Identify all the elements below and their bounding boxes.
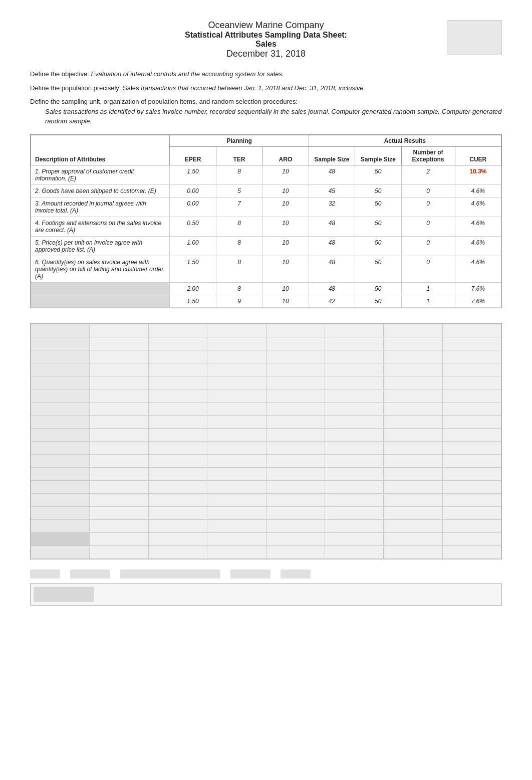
blurred-cell: [442, 324, 501, 337]
blurred-cell: [325, 415, 383, 428]
row-num_exceptions: 0: [401, 184, 455, 197]
doc-date: December 31, 2018: [85, 49, 447, 59]
row-ter: 8: [216, 236, 262, 256]
blurred-cell: [325, 506, 383, 519]
blurred-cell: [148, 428, 207, 441]
doc-title: Statistical Attributes Sampling Data She…: [85, 31, 447, 40]
blurred-cell: [148, 506, 207, 519]
row-sample_size_plan: 48: [309, 282, 355, 295]
blurred-cell: [207, 350, 266, 363]
company-name: Oceanview Marine Company: [85, 20, 447, 31]
blurred-cell: [90, 467, 148, 480]
row-aro: 10: [262, 197, 309, 217]
blurred-table-row: [31, 363, 501, 376]
page-header: Oceanview Marine Company Statistical Att…: [30, 20, 502, 59]
blurred-cell: [266, 428, 325, 441]
row-ter: 8: [216, 282, 262, 295]
col-ter: TER: [216, 146, 262, 165]
blurred-cell: [384, 454, 442, 467]
blurred-cell: [207, 441, 266, 454]
blurred-cell: [31, 532, 90, 545]
blurred-cell: [31, 350, 90, 363]
col-eper: EPER: [170, 146, 216, 165]
row-sample_size_plan: 48: [309, 165, 355, 184]
row-cuer: 4.6%: [455, 236, 501, 256]
blurred-cell: [207, 454, 266, 467]
blurred-cell: [148, 376, 207, 389]
logo-placeholder: [447, 20, 502, 55]
row-cuer: 4.6%: [455, 184, 501, 197]
bottom-bar-item: [70, 569, 110, 578]
row-cuer: 4.6%: [455, 217, 501, 236]
blurred-table-row: [31, 532, 501, 545]
blurred-cell: [325, 480, 383, 493]
blurred-cell: [207, 519, 266, 532]
blurred-cell: [384, 402, 442, 415]
blurred-cell: [90, 337, 148, 350]
row-sample_size_plan: 42: [309, 295, 355, 307]
blurred-cell: [325, 441, 383, 454]
blurred-table-row: [31, 545, 501, 558]
blurred-cell: [207, 493, 266, 506]
population-label: Define the population precisely: Sales: [30, 84, 139, 92]
blurred-cell: [325, 467, 383, 480]
blurred-cell: [384, 376, 442, 389]
blurred-cell: [266, 402, 325, 415]
blurred-cell: [266, 350, 325, 363]
blurred-cell: [325, 402, 383, 415]
blurred-cell: [266, 454, 325, 467]
table-row: 4. Footings and extensions on the sales …: [31, 217, 501, 236]
blurred-cell: [442, 441, 501, 454]
blurred-table-row: [31, 519, 501, 532]
bottom-bar-item: [230, 569, 271, 578]
col-description: Description of Attributes: [31, 135, 170, 165]
blurred-cell: [207, 376, 266, 389]
blurred-cell: [266, 519, 325, 532]
blurred-cell: [442, 337, 501, 350]
row-cuer: 4.6%: [455, 256, 501, 282]
blurred-cell: [266, 389, 325, 402]
row-ter: 8: [216, 165, 262, 184]
blurred-cell: [384, 467, 442, 480]
blurred-table-row: [31, 324, 501, 337]
row-eper: 1.50: [170, 165, 216, 184]
row-description: 3. Amount recorded in journal agrees wit…: [31, 197, 170, 217]
blurred-cell: [148, 454, 207, 467]
blurred-cell: [90, 428, 148, 441]
blurred-table-row: [31, 454, 501, 467]
row-sample_size_plan: 48: [309, 217, 355, 236]
blurred-cell: [148, 337, 207, 350]
blurred-cell: [266, 337, 325, 350]
col-sample-size-actual: Sample Size: [355, 146, 401, 165]
blurred-cell: [442, 506, 501, 519]
row-sample_size_plan: 45: [309, 184, 355, 197]
row-description: 5. Price(s) per unit on invoice agree wi…: [31, 236, 170, 256]
main-table-container: Description of Attributes Planning Actua…: [30, 134, 502, 308]
blurred-table-row: [31, 428, 501, 441]
row-description: 1. Proper approval of customer credit in…: [31, 165, 170, 184]
blurred-table-row: [31, 441, 501, 454]
blurred-cell: [90, 532, 148, 545]
row-sample_size_actual: 50: [355, 184, 401, 197]
blurred-cell: [442, 545, 501, 558]
row-ter: 5: [216, 184, 262, 197]
blurred-cell: [442, 467, 501, 480]
blurred-cell: [31, 376, 90, 389]
blurred-cell: [148, 467, 207, 480]
blurred-cell: [325, 337, 383, 350]
blurred-cell: [442, 454, 501, 467]
table-body: 1. Proper approval of customer credit in…: [31, 165, 501, 307]
main-table: Description of Attributes Planning Actua…: [31, 135, 501, 308]
blurred-cell: [31, 402, 90, 415]
blurred-cell: [207, 467, 266, 480]
row-eper: 1.50: [170, 256, 216, 282]
blurred-cell: [266, 363, 325, 376]
blurred-table-row: [31, 506, 501, 519]
blurred-cell: [148, 350, 207, 363]
blurred-cell: [442, 363, 501, 376]
blurred-cell: [31, 454, 90, 467]
row-ter: 7: [216, 197, 262, 217]
blurred-cell: [384, 480, 442, 493]
blurred-cell: [31, 337, 90, 350]
objective-text: Evaluation of internal controls and the …: [91, 70, 284, 78]
